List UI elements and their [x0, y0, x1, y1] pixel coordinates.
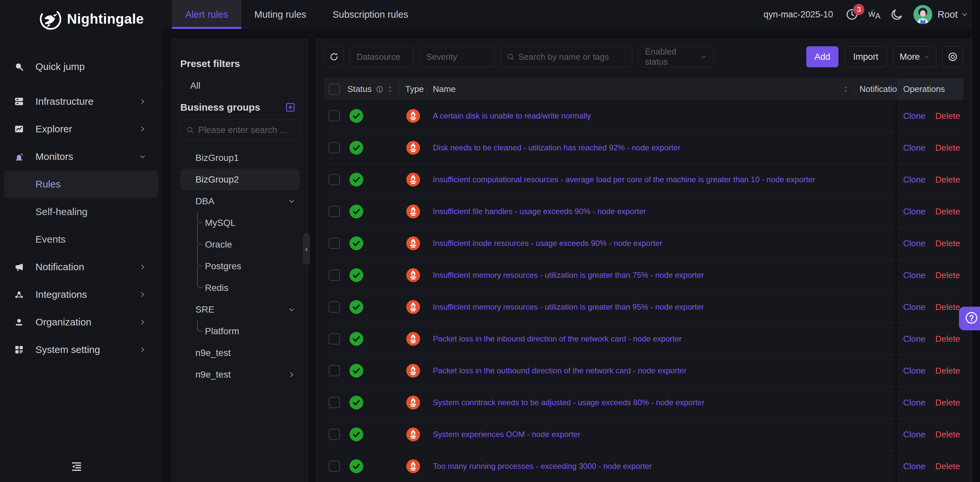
row-checkbox[interactable]: [329, 174, 340, 185]
tab-subscription-rules[interactable]: Subscription rules: [320, 0, 422, 29]
tree-item-n9e-test[interactable]: n9e_test: [180, 364, 300, 385]
rule-name-link[interactable]: Insufficient inode resources - usage exc…: [433, 239, 662, 248]
clone-link[interactable]: Clone: [903, 334, 926, 344]
row-checkbox[interactable]: [329, 206, 340, 217]
notification-cell: [854, 196, 897, 227]
rule-name-link[interactable]: Insufficient file handles - usage exceed…: [433, 207, 646, 216]
delete-link[interactable]: Delete: [935, 143, 960, 153]
sidebar-item-organization[interactable]: Organization: [0, 308, 162, 336]
add-business-group-icon[interactable]: [285, 102, 296, 113]
row-checkbox[interactable]: [329, 333, 340, 344]
refresh-button[interactable]: [324, 46, 344, 67]
delete-link[interactable]: Delete: [935, 175, 960, 185]
sidebar-item-explorer[interactable]: Explorer: [0, 115, 162, 143]
tree-item-dba[interactable]: DBA: [180, 191, 300, 212]
delete-link[interactable]: Delete: [935, 302, 960, 312]
tree-item-postgres[interactable]: Postgres: [180, 255, 300, 277]
delete-link[interactable]: Delete: [935, 111, 960, 121]
select-all-checkbox[interactable]: [329, 84, 340, 95]
clone-link[interactable]: Clone: [903, 143, 926, 153]
row-checkbox[interactable]: [329, 461, 340, 472]
rule-name-link[interactable]: A certain disk is unable to read/write n…: [433, 111, 591, 121]
import-button[interactable]: Import: [844, 46, 887, 67]
clone-link[interactable]: Clone: [903, 430, 926, 440]
clone-link[interactable]: Clone: [903, 461, 926, 471]
clone-link[interactable]: Clone: [903, 111, 926, 121]
sidebar-item-events[interactable]: Events: [0, 226, 162, 253]
delete-link[interactable]: Delete: [935, 430, 960, 440]
delete-link[interactable]: Delete: [935, 334, 960, 344]
tree-item-n9e-test[interactable]: n9e_test: [180, 342, 300, 364]
rule-name-link[interactable]: Too many running processes - exceeding 3…: [433, 461, 652, 471]
preset-filter-all[interactable]: All: [180, 77, 300, 94]
sidebar-item-quick-jump[interactable]: Quick jump: [0, 53, 162, 80]
tree-item-sre[interactable]: SRE: [180, 299, 300, 320]
row-checkbox[interactable]: [329, 110, 340, 121]
clone-link[interactable]: Clone: [903, 239, 926, 248]
tree-item-bizgroup2[interactable]: BizGroup2: [180, 169, 300, 191]
panel-collapse-handle[interactable]: ‹: [303, 233, 310, 265]
brand-logo[interactable]: Nightingale: [0, 0, 162, 31]
clone-link[interactable]: Clone: [903, 270, 926, 280]
clone-link[interactable]: Clone: [903, 398, 926, 408]
clone-link[interactable]: Clone: [903, 366, 926, 376]
tree-item-mysql[interactable]: MySQL: [180, 212, 300, 234]
sidebar-item-system-setting[interactable]: System setting: [0, 336, 162, 363]
tab-muting-rules[interactable]: Muting rules: [242, 0, 320, 29]
tree-item-bizgroup1[interactable]: BizGroup1: [180, 147, 300, 169]
history-clock-icon[interactable]: 3: [845, 8, 859, 21]
sidebar-item-self-healing[interactable]: Self-healing: [0, 198, 162, 226]
more-button[interactable]: More: [893, 46, 936, 67]
tree-item-platform[interactable]: Platform: [180, 320, 300, 342]
delete-link[interactable]: Delete: [935, 398, 960, 408]
row-checkbox[interactable]: [329, 270, 340, 281]
info-icon[interactable]: [376, 85, 383, 93]
tree-item-redis[interactable]: Redis: [180, 277, 300, 299]
help-button[interactable]: [959, 307, 980, 330]
avatar[interactable]: [913, 5, 932, 24]
rule-name-link[interactable]: System conntrack needs to be adjusted - …: [433, 398, 705, 407]
row-checkbox[interactable]: [329, 429, 340, 440]
rule-name-link[interactable]: Insufficient memory resources - utilizat…: [433, 270, 704, 280]
rule-name-link[interactable]: Insufficient computational resources - a…: [433, 175, 815, 184]
delete-link[interactable]: Delete: [935, 461, 960, 471]
clone-link[interactable]: Clone: [903, 302, 926, 312]
rule-name-link[interactable]: Packet loss in the outbound direction of…: [433, 366, 686, 375]
tree-item-oracle[interactable]: Oracle: [180, 234, 300, 255]
row-checkbox[interactable]: [329, 301, 340, 313]
sidebar-item-infrastructure[interactable]: Infrastructure: [0, 87, 162, 115]
name-sorter-icon[interactable]: [842, 85, 850, 94]
delete-link[interactable]: Delete: [935, 207, 960, 217]
datasource-select[interactable]: Datasource: [350, 46, 414, 67]
severity-select[interactable]: Severity: [419, 46, 495, 67]
row-checkbox[interactable]: [329, 142, 340, 153]
menu-fold-icon[interactable]: [70, 460, 83, 473]
delete-link[interactable]: Delete: [935, 270, 960, 280]
status-sorter-icon[interactable]: [386, 85, 394, 94]
rule-name-link[interactable]: System experiences OOM - node exporter: [433, 430, 581, 439]
business-group-search-input[interactable]: [198, 125, 315, 135]
row-checkbox[interactable]: [329, 238, 340, 249]
clone-link[interactable]: Clone: [903, 175, 926, 185]
row-checkbox[interactable]: [329, 397, 340, 408]
user-menu[interactable]: Root: [938, 9, 958, 20]
enabled-status-select[interactable]: Enabled status: [638, 46, 714, 67]
rule-name-link[interactable]: Packet loss in the inbound direction of …: [433, 334, 682, 344]
sidebar-item-integrations[interactable]: Integrations: [0, 281, 162, 308]
rule-name-link[interactable]: Disk needs to be cleaned - utilization h…: [433, 143, 681, 152]
view-columns-button[interactable]: [942, 46, 963, 67]
delete-link[interactable]: Delete: [935, 239, 960, 248]
add-button[interactable]: Add: [806, 46, 838, 67]
sidebar-item-notification[interactable]: Notification: [0, 253, 162, 281]
scrollbar-track[interactable]: [972, 0, 980, 482]
delete-link[interactable]: Delete: [935, 366, 960, 376]
rules-search-input[interactable]: [518, 52, 628, 62]
sidebar-item-rules[interactable]: Rules: [4, 170, 158, 198]
row-checkbox[interactable]: [329, 365, 340, 376]
sidebar-item-monitors[interactable]: Monitors: [0, 143, 162, 170]
dark-mode-moon-icon[interactable]: [890, 8, 904, 21]
clone-link[interactable]: Clone: [903, 207, 926, 217]
rule-name-link[interactable]: Insufficient memory resources - utilizat…: [433, 302, 704, 312]
language-switch-icon[interactable]: ẃA: [868, 9, 880, 20]
tab-alert-rules[interactable]: Alert rules: [172, 0, 242, 29]
